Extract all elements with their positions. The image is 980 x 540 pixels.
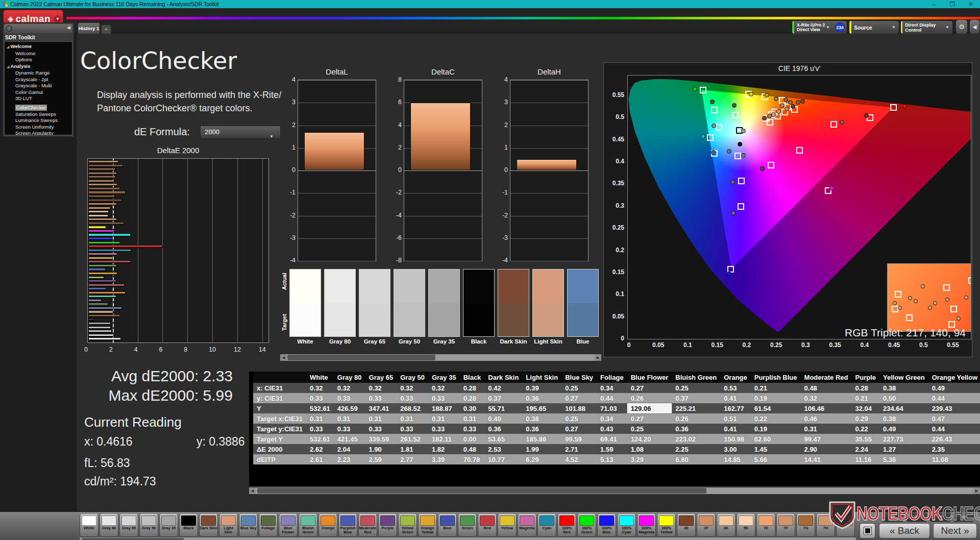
patch-button-yellow-green[interactable]: Yellow Green: [398, 514, 417, 537]
patch-button-100-red[interactable]: 100% Red: [557, 514, 576, 537]
cell[interactable]: 0.27: [561, 393, 597, 403]
patch-button-2f[interactable]: 2F: [697, 514, 716, 537]
patch-button-dark-skin[interactable]: Dark Skin: [199, 514, 218, 537]
cell[interactable]: 0.32: [334, 383, 365, 393]
cell[interactable]: 0.27: [627, 413, 672, 424]
cell[interactable]: 239.43: [928, 403, 980, 413]
cell[interactable]: 0.26: [627, 393, 672, 403]
cell[interactable]: 0.19: [751, 424, 801, 434]
back-button[interactable]: « Back: [879, 523, 930, 538]
cell[interactable]: 0.33: [365, 424, 397, 434]
strip-swatch-black[interactable]: Black: [463, 269, 495, 345]
cell[interactable]: 0.25: [672, 383, 720, 393]
patch-button-moderate-red[interactable]: Moderate Red: [358, 514, 377, 537]
tree-group-analysis[interactable]: ◢Analysis: [7, 63, 72, 70]
cell[interactable]: 0.36: [672, 424, 720, 434]
cell[interactable]: 0.31: [306, 413, 334, 424]
panel-collapse-button[interactable]: ◀: [969, 19, 980, 34]
cell[interactable]: 5.13: [597, 454, 627, 464]
patch-button-gray-65[interactable]: Gray 65: [119, 514, 138, 537]
cell[interactable]: 0.33: [460, 424, 485, 434]
cell[interactable]: 227.73: [879, 434, 928, 444]
cell[interactable]: 1.59: [597, 444, 627, 454]
cell[interactable]: 0.37: [484, 393, 522, 403]
sidebar-item-screen-angularity[interactable]: Screen Angularity: [7, 130, 72, 135]
cell[interactable]: 0.33: [428, 424, 460, 434]
cell[interactable]: 124.20: [627, 434, 672, 444]
scroll-right-icon[interactable]: ▶: [595, 354, 601, 361]
cell[interactable]: 532.61: [306, 403, 334, 413]
cell[interactable]: 0.43: [597, 424, 627, 434]
cell[interactable]: 0.33: [428, 393, 460, 403]
cell[interactable]: 0.53: [720, 383, 751, 393]
cell[interactable]: 0.32: [428, 383, 460, 393]
cell[interactable]: 2.59: [365, 454, 397, 464]
patch-button-foliage[interactable]: Foliage: [259, 514, 278, 537]
patch-scrollbar[interactable]: [80, 537, 856, 540]
cell[interactable]: 0.37: [672, 393, 720, 403]
patch-button-100-green[interactable]: 100% Green: [577, 514, 596, 537]
patch-button-7f[interactable]: 7F: [776, 514, 795, 537]
cell[interactable]: 69.41: [597, 434, 627, 444]
cell[interactable]: 0.29: [852, 413, 879, 424]
patch-button-gray-80[interactable]: Gray 80: [100, 514, 118, 537]
scroll-left-icon[interactable]: ◀: [249, 487, 256, 494]
tab-history-1[interactable]: History 1: [78, 22, 100, 34]
patch-button-2k[interactable]: 2K: [717, 514, 736, 537]
sidebar-item-options[interactable]: Options: [7, 57, 72, 63]
cell[interactable]: 3.00: [720, 444, 751, 454]
cell[interactable]: 2.61: [306, 454, 334, 464]
cell[interactable]: 0.48: [801, 383, 852, 393]
cell[interactable]: 0.28: [852, 383, 879, 393]
sidebar-item-grayscale-2pt[interactable]: Grayscale - 2pt: [7, 77, 72, 83]
cell[interactable]: 1.82: [428, 444, 460, 454]
cell[interactable]: 0.48: [460, 444, 485, 454]
patch-button-green[interactable]: Green: [458, 514, 477, 537]
patch-button-blue-flower[interactable]: Blue Flower: [279, 514, 298, 537]
cell[interactable]: 2.25: [672, 444, 720, 454]
patch-button-white[interactable]: White: [80, 514, 99, 537]
cell[interactable]: 0.21: [852, 393, 879, 403]
cell[interactable]: 14.85: [720, 454, 751, 464]
settings-button[interactable]: ⚙: [955, 19, 968, 34]
cell[interactable]: 0.31: [460, 413, 485, 424]
strip-swatch-gray-65[interactable]: Gray 65: [359, 269, 390, 345]
cell[interactable]: 0.38: [879, 413, 928, 424]
cell[interactable]: 0.33: [397, 424, 428, 434]
patch-button-100-cyan[interactable]: 100% Cyan: [617, 514, 636, 537]
cell[interactable]: 0.22: [852, 424, 879, 434]
cell[interactable]: 11.16: [852, 454, 879, 464]
cell[interactable]: 0.49: [928, 383, 980, 393]
patch-button-yellow[interactable]: Yellow: [498, 514, 517, 537]
sidebar-item-color-gamut[interactable]: Color Gamut: [7, 89, 72, 96]
patch-button-5d[interactable]: 5D: [737, 514, 755, 537]
meter-dropdown[interactable]: X-Rite i1Pro 2 Direct View ▼ 234: [792, 20, 847, 34]
cell[interactable]: 0.31: [397, 413, 428, 424]
cell[interactable]: 0.26: [672, 413, 720, 424]
cell[interactable]: 0.42: [484, 383, 522, 393]
cell[interactable]: 0.36: [484, 424, 522, 434]
cell[interactable]: 0.30: [460, 403, 485, 413]
cell[interactable]: 0.00: [460, 434, 485, 444]
cell[interactable]: 0.31: [428, 413, 460, 424]
patch-button-bluish-green[interactable]: Bluish Green: [299, 514, 317, 537]
cell[interactable]: 0.41: [720, 393, 751, 403]
cell[interactable]: 347.41: [365, 403, 397, 413]
mini-button-1[interactable]: [883, 512, 904, 522]
cell[interactable]: 1.81: [397, 444, 428, 454]
cell[interactable]: 2.35: [928, 444, 980, 454]
cell[interactable]: 195.65: [522, 403, 561, 413]
cell[interactable]: 0.25: [561, 383, 597, 393]
cell[interactable]: 0.34: [597, 413, 627, 424]
patch-button-cyan[interactable]: Cyan: [537, 514, 556, 537]
cell[interactable]: 101.88: [561, 403, 597, 413]
patch-button-blue-sky[interactable]: Blue Sky: [239, 514, 258, 537]
cell[interactable]: 14.41: [801, 454, 852, 464]
de-formula-select[interactable]: 2000 ▼: [200, 126, 281, 139]
cell[interactable]: 188.87: [428, 403, 460, 413]
cell[interactable]: 32.04: [852, 403, 879, 413]
patch-button-gray-35[interactable]: Gray 35: [159, 514, 178, 537]
strip-swatch-gray-50[interactable]: Gray 50: [394, 269, 425, 345]
source-dropdown[interactable]: Source ▼: [849, 20, 899, 34]
strip-swatch-light-skin[interactable]: Light Skin: [532, 269, 564, 345]
